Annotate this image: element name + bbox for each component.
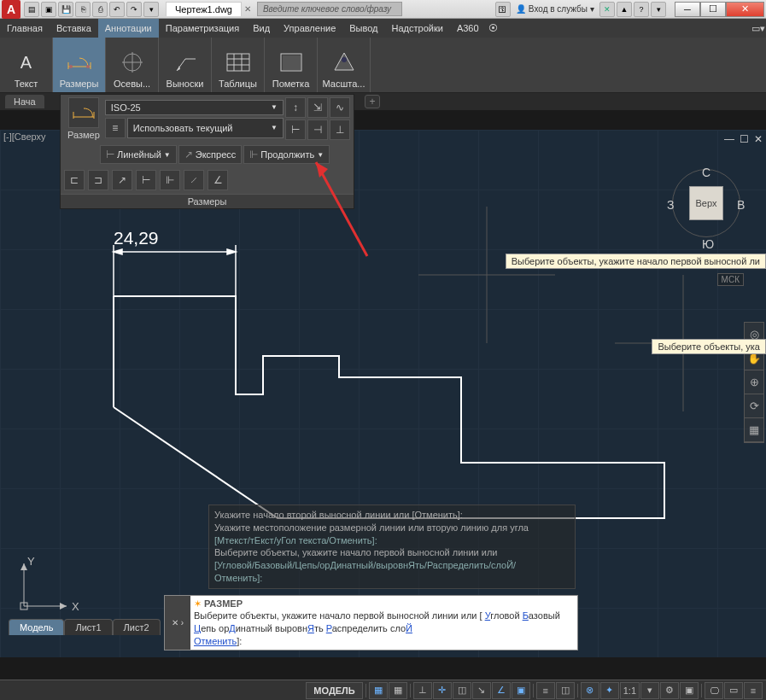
cmd-opt-5[interactable]: Распределить bbox=[326, 623, 388, 633]
ucs-icon[interactable]: X Y bbox=[15, 555, 84, 623]
tab-annotate[interactable]: Аннотации bbox=[98, 19, 159, 38]
tab-manage[interactable]: Управление bbox=[277, 19, 342, 38]
dim-small1-icon[interactable]: ⊢ bbox=[285, 120, 306, 140]
cmd-opt-3[interactable]: орДинатный bbox=[219, 623, 272, 633]
window-close-button[interactable]: ✕ bbox=[726, 2, 764, 17]
qat-save-icon[interactable]: 💾 bbox=[58, 2, 73, 17]
doc-tab-add-icon[interactable]: + bbox=[365, 95, 380, 108]
status-iso-icon[interactable]: ◫ bbox=[453, 682, 471, 699]
help-dropdown-icon[interactable]: ▾ bbox=[651, 2, 666, 17]
status-lwt-icon[interactable]: ≡ bbox=[536, 682, 555, 699]
dim-express-button[interactable]: ↗Экспресс bbox=[178, 145, 243, 164]
layerstack-icon[interactable]: ≡ bbox=[105, 118, 126, 138]
svg-point-1 bbox=[86, 65, 90, 68]
status-polar-icon[interactable]: ✛ bbox=[433, 682, 452, 699]
ribbon-text-button[interactable]: A Текст bbox=[0, 38, 53, 92]
tab-a360[interactable]: A360 bbox=[450, 19, 486, 38]
ribbon-leader-label: Выноски bbox=[167, 79, 204, 89]
signin-link[interactable]: 👤 Вход в службы▾ bbox=[512, 4, 598, 14]
window-maximize-button[interactable]: ☐ bbox=[700, 2, 726, 17]
qat-dropdown-icon[interactable]: ▾ bbox=[143, 2, 159, 17]
exchange-icon[interactable]: ✕ bbox=[599, 2, 615, 17]
dim-small2-icon[interactable]: ⊣ bbox=[307, 120, 328, 140]
ribbon-centerlines-button[interactable]: Осевы... bbox=[106, 38, 159, 92]
cmd-opt-6[interactable]: слоЙ bbox=[390, 623, 412, 633]
dim-layer-combo[interactable]: Использовать текущий▼ bbox=[127, 118, 284, 138]
qat-redo-icon[interactable]: ↷ bbox=[126, 2, 142, 17]
cmd-opt-4[interactable]: выровнЯть bbox=[275, 623, 324, 633]
status-customize-icon[interactable]: ≡ bbox=[744, 682, 763, 699]
qat-new-icon[interactable]: ▤ bbox=[24, 2, 39, 17]
dim-extra4-icon[interactable]: ⊢ bbox=[136, 170, 156, 190]
dim-extra6-icon[interactable]: ⟋ bbox=[184, 170, 204, 190]
status-scale-button[interactable]: 1:1 bbox=[620, 682, 640, 699]
status-ws-icon[interactable]: ▣ bbox=[680, 682, 699, 699]
status-otrack-icon[interactable]: ↘ bbox=[472, 682, 491, 699]
status-fullscreen-icon[interactable]: ▭ bbox=[724, 682, 743, 699]
ribbon-scale-button[interactable]: Масшта... bbox=[318, 38, 371, 92]
a360-icon[interactable]: ▲ bbox=[617, 2, 632, 17]
dim-extra5-icon[interactable]: ⊩ bbox=[160, 170, 180, 190]
status-snap-icon[interactable]: ▦ bbox=[389, 682, 407, 699]
dim-linear-button[interactable]: ⊢Линейный ▼ bbox=[100, 145, 177, 164]
status-modelspace-button[interactable]: МОДЕЛЬ bbox=[306, 682, 362, 699]
layout-tab-model[interactable]: Модель bbox=[9, 619, 64, 635]
ribbon-leaders-button[interactable]: Выноски bbox=[159, 38, 212, 92]
dim-extra3-icon[interactable]: ↗ bbox=[112, 170, 132, 190]
dim-main-label: Размер bbox=[64, 130, 103, 140]
status-grid-icon[interactable]: ▦ bbox=[369, 682, 388, 699]
status-transparency-icon[interactable]: ◫ bbox=[556, 682, 575, 699]
document-title-tab[interactable]: Чертеж1.dwg bbox=[166, 2, 242, 16]
layout-tab-sheet1[interactable]: Лист1 bbox=[64, 619, 112, 635]
tab-view[interactable]: Вид bbox=[246, 19, 277, 38]
command-line-handle[interactable]: ✕ › bbox=[165, 596, 190, 650]
dim-extra2-icon[interactable]: ⊐ bbox=[88, 170, 108, 190]
tab-output[interactable]: Вывод bbox=[342, 19, 384, 38]
layout-tab-sheet2[interactable]: Лист2 bbox=[113, 619, 161, 635]
signin-key-icon[interactable]: ⚿ bbox=[495, 2, 511, 17]
cmd-opt-2[interactable]: Цепь bbox=[194, 623, 216, 633]
ribbon-dimensions-button[interactable]: Размеры bbox=[53, 38, 106, 92]
tab-home[interactable]: Главная bbox=[0, 19, 50, 38]
dim-break-icon[interactable]: ∿ bbox=[330, 97, 350, 118]
dim-update-icon[interactable]: ⇲ bbox=[307, 97, 328, 118]
status-3dosnap-icon[interactable]: ▣ bbox=[512, 682, 530, 699]
dim-extra7-icon[interactable]: ∠ bbox=[208, 170, 228, 190]
svg-rect-6 bbox=[227, 54, 249, 71]
qat-print-icon[interactable]: ⎙ bbox=[92, 2, 108, 17]
ribbon-markup-label: Пометка bbox=[272, 79, 310, 89]
window-minimize-button[interactable]: ─ bbox=[675, 2, 700, 17]
doc-tab-start[interactable]: Нача bbox=[5, 95, 44, 108]
cmd-opt-1[interactable]: Базовый bbox=[523, 610, 560, 621]
ribbon-minimize-icon[interactable]: ▭▾ bbox=[751, 19, 766, 38]
app-menu-button[interactable]: A bbox=[2, 0, 20, 19]
status-dynamic-icon[interactable]: ✦ bbox=[600, 682, 619, 699]
command-line[interactable]: ✕ › ✶РАЗМЕР Выберите объекты, укажите на… bbox=[164, 595, 578, 650]
dim-style-combo[interactable]: ISO-25▼ bbox=[105, 100, 284, 115]
tab-focus-icon[interactable]: ⦿ bbox=[486, 19, 501, 38]
tab-parametric[interactable]: Параметризация bbox=[159, 19, 246, 38]
help-icon[interactable]: ? bbox=[634, 2, 649, 17]
qat-undo-icon[interactable]: ↶ bbox=[109, 2, 125, 17]
dim-small3-icon[interactable]: ⊥ bbox=[330, 120, 350, 140]
cmd-opt-0[interactable]: Угловой bbox=[485, 610, 520, 621]
help-search-input[interactable]: Введите ключевое слово/фразу bbox=[257, 2, 402, 16]
status-osnap-icon[interactable]: ∠ bbox=[492, 682, 511, 699]
status-scale-dropdown-icon[interactable]: ▾ bbox=[640, 682, 659, 699]
status-cycling-icon[interactable]: ⊗ bbox=[581, 682, 599, 699]
status-gear-icon[interactable]: ⚙ bbox=[660, 682, 679, 699]
dim-extra1-icon[interactable]: ⊏ bbox=[64, 170, 85, 190]
dim-override-icon[interactable]: ↕ bbox=[285, 97, 306, 118]
ribbon-tables-button[interactable]: Таблицы bbox=[212, 38, 265, 92]
status-monitor-icon[interactable]: 🖵 bbox=[705, 682, 723, 699]
cmd-opt-cancel[interactable]: Отменить bbox=[194, 636, 237, 646]
tab-addins[interactable]: Надстройки bbox=[385, 19, 450, 38]
doc-tab-close-icon[interactable]: ✕ bbox=[242, 3, 254, 15]
qat-saveas-icon[interactable]: ⎘ bbox=[75, 2, 91, 17]
qat-open-icon[interactable]: ▣ bbox=[41, 2, 56, 17]
ribbon-markup-button[interactable]: Пометка bbox=[265, 38, 318, 92]
dim-continue-button[interactable]: ⊩Продолжить ▼ bbox=[243, 145, 330, 164]
dim-main-icon[interactable] bbox=[68, 97, 99, 128]
status-ortho-icon[interactable]: ⊥ bbox=[413, 682, 432, 699]
tab-insert[interactable]: Вставка bbox=[50, 19, 98, 38]
